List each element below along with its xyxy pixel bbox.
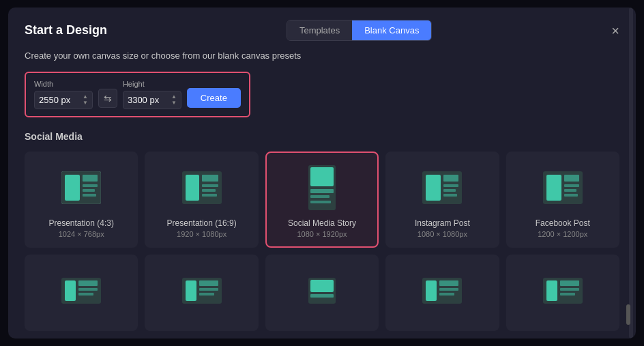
svg-rect-12 <box>202 194 217 197</box>
modal-body: Create your own canvas size or choose fr… <box>8 51 636 338</box>
height-down-btn[interactable]: ▼ <box>171 100 177 106</box>
social-media-section: Social Media <box>25 131 619 331</box>
preset-social-media-story[interactable]: Social Media Story 1080 × 1920px <box>265 152 379 248</box>
preset-row2-icon-3 <box>302 267 342 315</box>
preset-3-name: Social Media Story <box>288 218 356 228</box>
svg-rect-11 <box>202 189 216 192</box>
preset-row2-1[interactable] <box>25 255 138 331</box>
svg-rect-25 <box>546 175 561 201</box>
modal-header: Start a Design Templates Blank Canvas × <box>8 8 636 51</box>
height-group: Height ▲ ▼ <box>123 80 181 109</box>
preset-4-dims: 1080 × 1080px <box>418 230 467 238</box>
tab-blank-canvas[interactable]: Blank Canvas <box>352 20 431 40</box>
svg-rect-15 <box>310 189 334 193</box>
svg-rect-4 <box>83 184 98 187</box>
presets-grid-row2 <box>25 255 619 331</box>
tab-group: Templates Blank Canvas <box>287 20 432 41</box>
svg-rect-2 <box>65 175 80 201</box>
preset-3-dims: 1080 × 1920px <box>297 230 347 238</box>
svg-rect-28 <box>564 189 576 192</box>
width-spinner: ▲ ▼ <box>83 94 88 106</box>
svg-rect-45 <box>439 280 458 286</box>
svg-rect-51 <box>560 288 579 291</box>
modal-title: Start a Design <box>25 23 107 38</box>
width-up-btn[interactable]: ▲ <box>83 94 88 100</box>
svg-rect-47 <box>439 293 454 295</box>
preset-instagram-post[interactable]: Instagram Post 1080 × 1080px <box>385 152 499 248</box>
preset-presentation-4-3[interactable]: Presentation (4:3) 1024 × 768px <box>25 152 138 248</box>
height-label: Height <box>123 80 181 88</box>
svg-rect-20 <box>443 175 458 182</box>
preset-5-name: Facebook Post <box>536 218 590 228</box>
preset-icon-landscape2 <box>181 164 222 212</box>
width-group: Width ▲ ▼ <box>34 80 93 109</box>
svg-rect-9 <box>202 175 218 182</box>
create-button[interactable]: Create <box>187 88 241 108</box>
height-spinner: ▲ ▼ <box>171 94 177 106</box>
svg-rect-3 <box>83 175 98 182</box>
scrollbar-thumb[interactable] <box>626 304 630 325</box>
svg-rect-26 <box>564 175 579 182</box>
description-text: Create your own canvas size or choose fr… <box>25 51 619 61</box>
preset-row2-5[interactable] <box>506 255 619 331</box>
svg-rect-29 <box>564 194 578 197</box>
width-down-btn[interactable]: ▼ <box>83 100 88 106</box>
preset-row2-icon-5 <box>542 267 583 315</box>
svg-rect-17 <box>310 201 331 203</box>
svg-rect-21 <box>443 184 458 187</box>
preset-row2-icon-1 <box>61 267 102 315</box>
svg-rect-33 <box>78 288 98 291</box>
preset-row2-4[interactable] <box>385 255 499 331</box>
svg-rect-14 <box>310 167 334 186</box>
preset-icon-landscape <box>61 164 102 212</box>
width-input-wrap: ▲ ▼ <box>34 91 93 109</box>
preset-facebook-post[interactable]: Facebook Post 1200 × 1200px <box>506 152 619 248</box>
svg-rect-32 <box>78 280 98 286</box>
preset-1-name: Presentation (4:3) <box>49 218 114 228</box>
svg-rect-8 <box>186 175 199 201</box>
svg-rect-27 <box>564 184 579 187</box>
svg-rect-36 <box>186 280 196 301</box>
svg-rect-37 <box>199 280 218 286</box>
svg-rect-50 <box>560 280 579 286</box>
preset-2-name: Presentation (16:9) <box>167 218 237 228</box>
svg-rect-52 <box>560 293 575 295</box>
section-title: Social Media <box>25 131 619 142</box>
preset-1-dims: 1024 × 768px <box>59 230 104 238</box>
svg-rect-6 <box>83 194 96 197</box>
svg-rect-49 <box>546 280 557 301</box>
width-input[interactable] <box>39 95 80 105</box>
svg-rect-34 <box>78 293 93 295</box>
svg-rect-22 <box>443 189 456 192</box>
svg-rect-38 <box>199 288 218 291</box>
svg-rect-41 <box>310 280 334 292</box>
preset-icon-square <box>422 164 463 212</box>
svg-rect-31 <box>65 280 76 301</box>
close-button[interactable]: × <box>611 24 619 38</box>
height-up-btn[interactable]: ▲ <box>171 94 177 100</box>
preset-icon-portrait <box>302 164 342 212</box>
svg-rect-10 <box>202 184 218 187</box>
svg-rect-39 <box>199 293 214 295</box>
svg-rect-42 <box>310 294 334 298</box>
svg-rect-19 <box>426 175 441 201</box>
preset-icon-square2 <box>542 164 583 212</box>
dimension-row: Width ▲ ▼ ⇆ Height ▲ <box>25 72 250 117</box>
scrollbar-track <box>629 8 633 338</box>
preset-row2-3[interactable] <box>265 255 379 331</box>
preset-5-dims: 1200 × 1200px <box>538 230 587 238</box>
preset-row2-icon-4 <box>422 267 463 315</box>
height-input[interactable] <box>128 95 169 105</box>
svg-rect-46 <box>439 288 458 291</box>
height-input-wrap: ▲ ▼ <box>123 91 181 109</box>
svg-rect-23 <box>443 194 457 197</box>
svg-rect-44 <box>426 280 437 301</box>
preset-row2-2[interactable] <box>145 255 258 331</box>
preset-4-name: Instagram Post <box>415 218 470 228</box>
width-label: Width <box>34 80 93 88</box>
svg-rect-16 <box>310 195 330 198</box>
tab-templates[interactable]: Templates <box>287 20 352 40</box>
swap-button[interactable]: ⇆ <box>98 89 117 108</box>
preset-presentation-16-9[interactable]: Presentation (16:9) 1920 × 1080px <box>145 152 258 248</box>
preset-row2-icon-2 <box>181 267 222 315</box>
